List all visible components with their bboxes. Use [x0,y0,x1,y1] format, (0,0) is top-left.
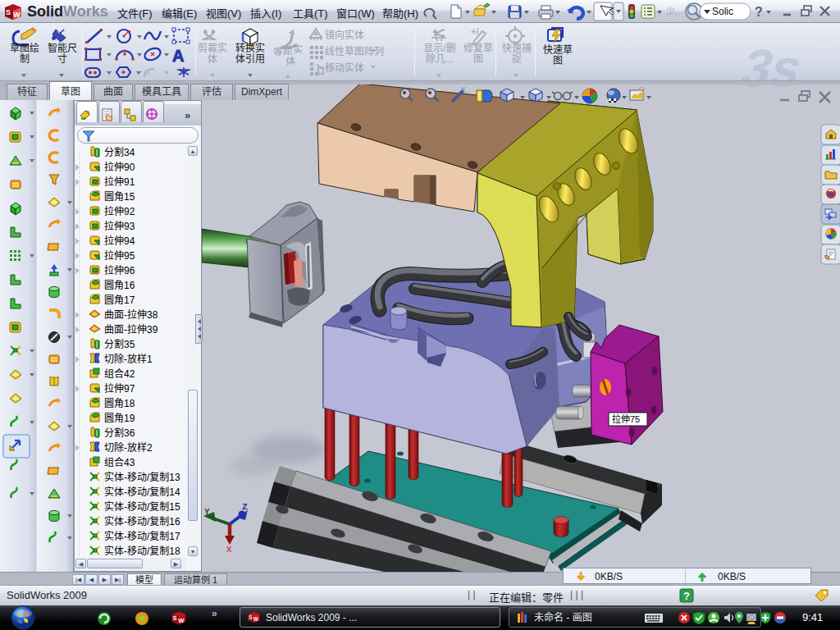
svg-text:拉伸75: 拉伸75 [612,413,640,424]
svg-text:+/: +/ [471,26,478,36]
svg-text:A: A [172,47,184,65]
svg-text:?: ? [683,590,690,602]
svg-text:S: S [173,614,177,622]
svg-text:X: X [226,545,232,555]
svg-text:W: W [178,617,185,624]
svg-text:Z: Z [242,502,248,512]
svg-text:Solic: Solic [712,6,733,17]
svg-text:W: W [13,11,21,19]
svg-text:Y: Y [204,507,210,517]
svg-text:?: ? [755,5,763,19]
svg-text:少..: 少.. [666,7,680,16]
svg-text:S: S [249,614,252,620]
svg-text:S: S [6,8,11,16]
svg-text:W: W [253,616,258,622]
